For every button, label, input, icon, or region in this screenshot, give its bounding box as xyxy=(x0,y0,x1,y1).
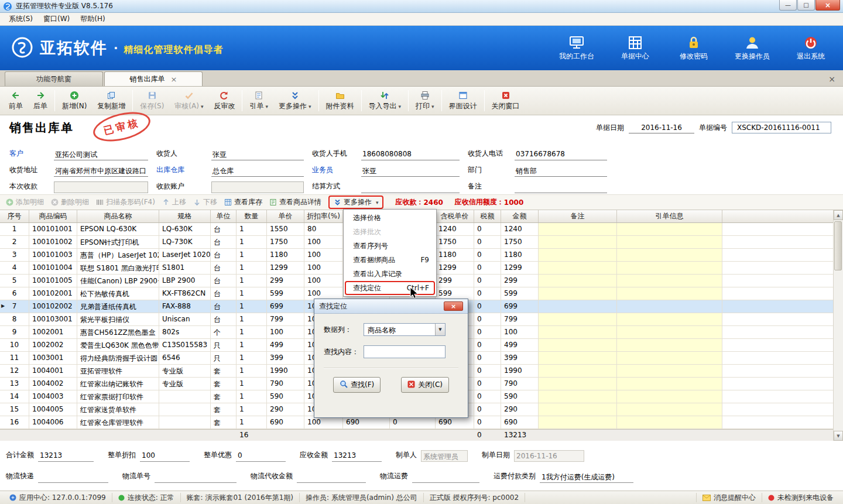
form-value-consignee[interactable]: 张亚 xyxy=(211,149,304,160)
status-message-center[interactable]: 消息提醒中心 xyxy=(696,493,762,502)
column-header-7[interactable]: 折扣率(%) xyxy=(304,210,343,222)
form-value-warehouse[interactable]: 总仓库 xyxy=(211,166,304,177)
menu-item-view-serial[interactable]: 查看序列号 xyxy=(345,239,435,253)
form-value-remark[interactable] xyxy=(515,182,607,193)
vertical-scrollbar[interactable]: ▲ ▼ xyxy=(833,210,843,441)
toolbar-button-next-doc[interactable]: 后单 xyxy=(28,88,53,114)
column-header-11[interactable]: 税额 xyxy=(474,210,501,222)
doc-no-field[interactable]: XSCKD-20161116-0011 xyxy=(732,122,831,133)
menubar-item-2[interactable]: 窗口(W) xyxy=(38,13,75,25)
form-value-address[interactable]: 河南省郑州市中原区建设路口 xyxy=(54,166,148,177)
column-header-1[interactable]: 商品编码 xyxy=(29,210,77,222)
panel-close-icon[interactable]: × xyxy=(825,74,838,86)
find-content-input[interactable] xyxy=(364,345,446,358)
mouse-cursor xyxy=(410,287,420,300)
column-header-12[interactable]: 金额 xyxy=(501,210,539,222)
form-value-consignee-phone[interactable]: 03716678678 xyxy=(515,149,607,160)
toolbar-button-copy-add[interactable]: 复制新增 xyxy=(92,88,131,114)
banner-action-change-password[interactable]: 修改密码 xyxy=(672,35,715,61)
menu-item-view-io-records[interactable]: 查看出入库记录 xyxy=(345,267,435,281)
print-icon xyxy=(420,90,430,100)
column-header-4[interactable]: 单位 xyxy=(211,210,237,222)
application-window: 亚拓管理软件专业版 V8.5.176 — □ × 系统(S)窗口(W)帮助(H)… xyxy=(0,0,843,504)
tab-nav-panel[interactable]: 功能导航窗 xyxy=(5,71,103,86)
form-value-settlement[interactable] xyxy=(361,182,460,193)
table-row[interactable]: 161004006红管家仓库管理软件套169010069006900690 xyxy=(0,416,843,429)
receivable-label: 应收款： xyxy=(395,197,423,207)
toolbar-button-attachment[interactable]: 附件资料 xyxy=(321,88,359,114)
footer-value-total-amount[interactable]: 13213 xyxy=(38,450,94,462)
footer-value-logistics-express[interactable] xyxy=(38,471,108,483)
menubar-item-1[interactable]: 系统(S) xyxy=(4,13,38,25)
toolbar-button-import-export[interactable]: 导入导出▾ xyxy=(364,88,407,114)
toolbar-button-close-window[interactable]: 关闭窗口 xyxy=(486,88,525,114)
banner-action-doc-center[interactable]: 单据中心 xyxy=(614,35,657,61)
footer-value-freight-type[interactable]: 1我方付运费(生成运费) xyxy=(540,471,633,483)
scrollbar-track[interactable] xyxy=(834,220,843,431)
detail-button-label: 添加明细 xyxy=(16,197,44,207)
column-header-5[interactable]: 数量 xyxy=(237,210,267,222)
scrollbar-thumb[interactable] xyxy=(834,221,842,270)
form-value-department[interactable]: 销售部 xyxy=(515,166,607,177)
toolbar-button-add-new[interactable]: 新增(N) xyxy=(57,88,92,114)
find-button[interactable]: 查找(F) xyxy=(333,377,381,393)
footer-field-logistics-fee: 物流运费 xyxy=(380,471,479,483)
footer-value-logistics-no[interactable] xyxy=(155,471,237,483)
banner-actions: 我的工作台单据中心修改密码更换操作员退出系统 xyxy=(555,35,832,61)
column-header-13[interactable]: 备注 xyxy=(539,210,617,222)
column-header-0[interactable]: 序号 xyxy=(0,210,29,222)
doc-date-field[interactable]: 2016-11-16 xyxy=(629,122,694,133)
menu-item-select-price[interactable]: 选择价格 xyxy=(345,211,435,225)
data-column-select[interactable]: 商品名称 ▼ xyxy=(364,323,446,336)
toolbar-button-print[interactable]: 打印▾ xyxy=(410,88,440,114)
footer-value-receivable-amount[interactable]: 13213 xyxy=(332,450,382,462)
maximize-button[interactable]: □ xyxy=(797,0,815,11)
column-header-14[interactable]: 引单信息 xyxy=(617,210,722,222)
status-bar: 应用中心: 127.0.0.1:7099连接状态: 正常账套: 演示账套01 (… xyxy=(0,491,843,504)
form-label-payment-account: 收款账户 xyxy=(156,181,211,193)
banner-action-switch-operator[interactable]: 更换操作员 xyxy=(731,35,774,61)
footer-value-logistics-cod[interactable] xyxy=(297,471,366,483)
menubar-item-3[interactable]: 帮助(H) xyxy=(75,13,110,25)
tab-sales-outbound[interactable]: 销售出库单× xyxy=(104,71,203,86)
footer-value-order-discount[interactable]: 100 xyxy=(140,450,190,462)
close-button[interactable]: × xyxy=(815,0,840,11)
toolbar-button-prev-doc[interactable]: 前单 xyxy=(4,88,28,114)
column-header-3[interactable]: 规格 xyxy=(159,210,211,222)
banner-action-exit-system[interactable]: 退出系统 xyxy=(789,35,832,61)
detail-button-view-detail[interactable]: 查看商品详情 xyxy=(269,197,321,207)
footer-value-logistics-fee[interactable] xyxy=(412,471,479,483)
combo-dropdown-icon[interactable]: ▼ xyxy=(435,324,445,335)
form-value-payment-account[interactable] xyxy=(211,181,304,193)
form-value-consignee-mobile[interactable]: 18608080808 xyxy=(361,149,460,160)
detail-button-more-ops[interactable]: 更多操作▾ xyxy=(328,196,384,209)
menu-item-view-bundle[interactable]: 查看捆绑商品F9 xyxy=(345,253,435,267)
detail-button-move-down: 下移 xyxy=(193,197,217,207)
footer-label-logistics-no: 物流单号 xyxy=(122,471,150,483)
form-value-salesman[interactable]: 张亚 xyxy=(361,166,460,177)
dialog-close-action-button[interactable]: 关闭(C) xyxy=(401,377,449,393)
banner-action-workbench[interactable]: 我的工作台 xyxy=(555,35,598,61)
form-value-customer[interactable]: 亚拓公司测试 xyxy=(54,149,148,160)
toolbar-button-unaudit[interactable]: 反审改 xyxy=(208,88,240,114)
scroll-down-icon[interactable]: ▼ xyxy=(834,431,843,441)
move-up-icon xyxy=(162,198,170,206)
footer-value-order-reduce[interactable]: 0 xyxy=(236,450,286,462)
column-header-2[interactable]: 商品名称 xyxy=(77,210,159,222)
dialog-titlebar[interactable]: 查找定位 × xyxy=(314,299,468,314)
detail-button-view-stock[interactable]: 查看库存 xyxy=(224,197,262,207)
scroll-up-icon[interactable]: ▲ xyxy=(834,210,843,220)
toolbar-button-ref-doc[interactable]: 引单▾ xyxy=(244,88,273,114)
toolbar-button-more-actions[interactable]: 更多操作▾ xyxy=(273,88,317,114)
more-actions-icon xyxy=(290,90,300,100)
menu-item-find-locate[interactable]: 查找定位Ctrl+F xyxy=(345,281,435,295)
footer-label-order-discount: 整单折扣 xyxy=(108,450,136,462)
dialog-close-button[interactable]: × xyxy=(444,301,463,311)
column-header-10[interactable]: 含税单价 xyxy=(436,210,474,222)
column-header-6[interactable]: 单价 xyxy=(267,210,304,222)
toolbar-button-ui-design[interactable]: 界面设计 xyxy=(444,88,482,114)
minimize-button[interactable]: — xyxy=(779,0,797,11)
detail-button-move-up: 上移 xyxy=(162,197,186,207)
form-value-payment-now[interactable] xyxy=(54,181,148,193)
tab-close-icon[interactable]: × xyxy=(171,75,177,84)
